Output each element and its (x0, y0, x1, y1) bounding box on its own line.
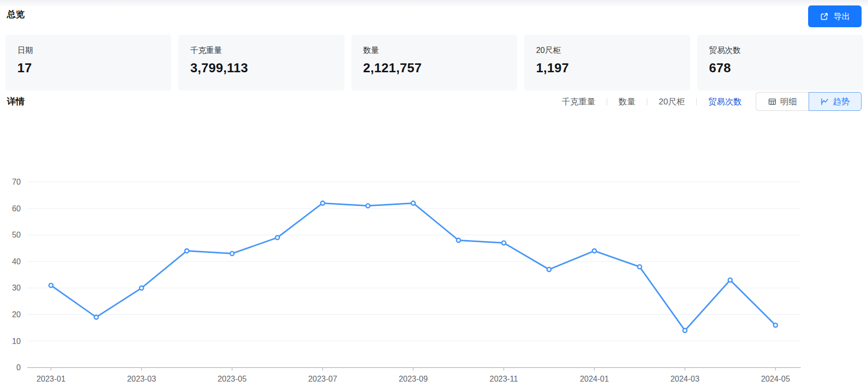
svg-text:2023-11: 2023-11 (489, 375, 518, 383)
svg-text:60: 60 (12, 204, 21, 213)
tab-separator (696, 98, 697, 105)
top-gradient (0, 0, 868, 7)
svg-text:20: 20 (12, 310, 21, 319)
svg-text:10: 10 (12, 337, 21, 345)
stat-card-label: 贸易次数 (709, 46, 851, 56)
stat-card-date: 日期 17 (5, 35, 171, 91)
svg-text:70: 70 (12, 178, 21, 186)
svg-text:2023-09: 2023-09 (399, 375, 428, 383)
svg-text:50: 50 (12, 231, 21, 239)
export-icon (820, 12, 829, 21)
tab-20ft-container[interactable]: 20尺柜 (658, 96, 686, 107)
stat-card-value: 2,121,757 (363, 60, 505, 76)
stat-card-quantity: 数量 2,121,757 (351, 35, 517, 91)
overview-title: 总览 (7, 8, 25, 20)
stat-card-label: 千克重量 (190, 46, 332, 56)
view-toggle: 明细 趋势 (756, 92, 862, 111)
stat-card-value: 1,197 (536, 60, 678, 76)
details-header: 详情 千克重量 数量 20尺柜 贸易次数 明细 (7, 92, 862, 111)
svg-text:40: 40 (12, 257, 21, 266)
svg-text:2024-05: 2024-05 (761, 375, 790, 383)
stat-card-value: 3,799,113 (190, 60, 332, 76)
svg-text:0: 0 (16, 363, 21, 372)
stat-card-label: 日期 (17, 46, 159, 56)
table-icon (768, 98, 776, 106)
svg-text:2023-05: 2023-05 (218, 375, 247, 383)
detail-view-label: 明细 (780, 96, 797, 107)
trend-view-button[interactable]: 趋势 (809, 92, 862, 111)
detail-view-button[interactable]: 明细 (756, 92, 809, 111)
trend-chart-area[interactable]: 0102030405060702023-012023-032023-052023… (0, 144, 868, 391)
svg-text:2023-07: 2023-07 (308, 375, 338, 383)
tab-separator (607, 98, 607, 105)
details-title: 详情 (7, 96, 25, 107)
stat-card-kg-weight: 千克重量 3,799,113 (178, 35, 344, 91)
trend-icon (820, 98, 829, 106)
trend-chart: 0102030405060702023-012023-032023-052023… (0, 144, 868, 391)
stat-card-trade-count: 贸易次数 678 (697, 35, 863, 91)
stat-card-20ft-container: 20尺柜 1,197 (524, 35, 690, 91)
trend-view-label: 趋势 (833, 96, 850, 107)
svg-text:2024-03: 2024-03 (671, 375, 700, 383)
stat-card-label: 20尺柜 (536, 46, 678, 56)
svg-text:2023-01: 2023-01 (37, 375, 66, 383)
tab-separator (647, 98, 647, 105)
tab-kg-weight[interactable]: 千克重量 (561, 96, 596, 107)
stat-card-label: 数量 (363, 46, 505, 56)
export-button[interactable]: 导出 (808, 5, 862, 27)
tab-quantity[interactable]: 数量 (618, 96, 636, 107)
svg-text:2023-03: 2023-03 (127, 375, 156, 383)
stat-cards: 日期 17 千克重量 3,799,113 数量 2,121,757 20尺柜 1… (5, 35, 863, 91)
tab-trade-count[interactable]: 贸易次数 (707, 96, 743, 107)
metric-tabs: 千克重量 数量 20尺柜 贸易次数 (561, 96, 743, 107)
stat-card-value: 17 (17, 60, 159, 76)
svg-text:30: 30 (12, 284, 21, 292)
svg-text:2024-01: 2024-01 (580, 375, 609, 383)
export-button-label: 导出 (833, 11, 850, 22)
stat-card-value: 678 (709, 60, 851, 76)
